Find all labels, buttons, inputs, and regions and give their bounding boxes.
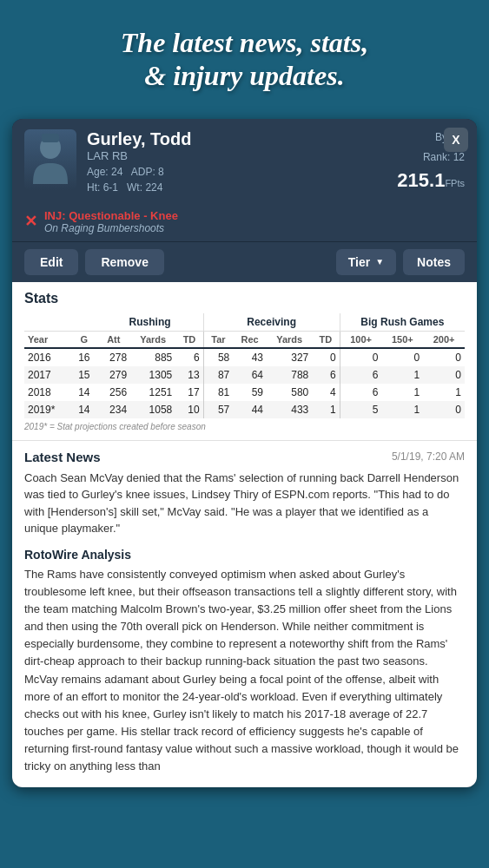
player-details-ht: Ht: 6-1 Wt: 224 bbox=[87, 180, 388, 195]
news-title: Latest News bbox=[24, 450, 101, 464]
player-details-age: Age: 24 ADP: 8 bbox=[87, 164, 388, 180]
fpts-value: 215.1 bbox=[397, 169, 445, 191]
table-row: 20181425612511781595804611 bbox=[24, 384, 465, 401]
receiving-group-header: Receiving bbox=[203, 313, 340, 332]
chevron-down-icon: ▼ bbox=[375, 257, 384, 266]
col-rush-yards: Yards bbox=[130, 331, 175, 348]
notes-button[interactable]: Notes bbox=[403, 249, 465, 275]
tier-button[interactable]: Tier ▼ bbox=[336, 249, 396, 275]
news-section: Latest News 5/1/19, 7:20 AM Coach Sean M… bbox=[12, 440, 477, 788]
stats-table: Rushing Receiving Big Rush Games Year G … bbox=[24, 313, 465, 418]
player-card: Gurley, Todd LAR RB Age: 24 ADP: 8 Ht: 6… bbox=[12, 119, 477, 788]
col-year: Year bbox=[24, 331, 71, 348]
player-info: Gurley, Todd LAR RB Age: 24 ADP: 8 Ht: 6… bbox=[87, 129, 388, 195]
edit-button[interactable]: Edit bbox=[24, 249, 78, 275]
rank-info: Rank: 12 bbox=[397, 149, 465, 166]
svg-rect-1 bbox=[42, 134, 59, 142]
col-g: G bbox=[71, 331, 96, 348]
rushing-group-header: Rushing bbox=[97, 313, 204, 332]
avatar bbox=[24, 129, 76, 190]
header: The latest news, stats,& injury updates. bbox=[0, 0, 489, 110]
injury-source: On Raging Bumbershoots bbox=[44, 222, 178, 234]
close-button[interactable]: X bbox=[444, 128, 468, 152]
col-rush-td: TD bbox=[175, 331, 203, 348]
injury-icon: ✕ bbox=[24, 212, 37, 231]
action-bar: Edit Remove Tier ▼ Notes bbox=[12, 241, 477, 282]
news-header: Latest News 5/1/19, 7:20 AM bbox=[24, 450, 465, 464]
news-body: Coach Sean McVay denied that the Rams' s… bbox=[24, 470, 465, 537]
stats-section: Stats Rushing Receiving Big Rush Games Y… bbox=[12, 282, 477, 440]
table-row: 2019*1423410581057444331510 bbox=[24, 401, 465, 418]
injury-row: ✕ INJ: Questionable - Knee On Raging Bum… bbox=[12, 206, 477, 241]
col-rec-yards: Yards bbox=[267, 331, 312, 348]
remove-button[interactable]: Remove bbox=[85, 249, 163, 275]
stats-title: Stats bbox=[24, 291, 465, 306]
player-header: Gurley, Todd LAR RB Age: 24 ADP: 8 Ht: 6… bbox=[12, 119, 477, 206]
header-title: The latest news, stats,& injury updates. bbox=[17, 26, 472, 93]
col-tar: Tar bbox=[203, 331, 233, 348]
col-rec: Rec bbox=[233, 331, 267, 348]
table-row: 201616278885658433270000 bbox=[24, 348, 465, 366]
fpts-label: FPts bbox=[445, 178, 465, 188]
col-150: 150+ bbox=[382, 331, 424, 348]
stats-footnote: 2019* = Stat projections created before … bbox=[24, 422, 465, 431]
table-row: 20171527913051387647886610 bbox=[24, 366, 465, 384]
player-name: Gurley, Todd bbox=[87, 129, 388, 149]
col-rec-td: TD bbox=[312, 331, 340, 348]
big-rush-group-header: Big Rush Games bbox=[340, 313, 465, 332]
col-200: 200+ bbox=[423, 331, 465, 348]
col-100: 100+ bbox=[340, 331, 381, 348]
analysis-title: RotoWire Analysis bbox=[24, 548, 465, 562]
injury-status: INJ: Questionable - Knee bbox=[44, 209, 178, 222]
news-date: 5/1/19, 7:20 AM bbox=[392, 450, 465, 463]
col-att: Att bbox=[97, 331, 131, 348]
fpts-display: 215.1FPts bbox=[397, 169, 465, 192]
analysis-body: The Rams have consistently conveyed opti… bbox=[24, 566, 465, 776]
player-team-position: LAR RB bbox=[87, 149, 388, 162]
